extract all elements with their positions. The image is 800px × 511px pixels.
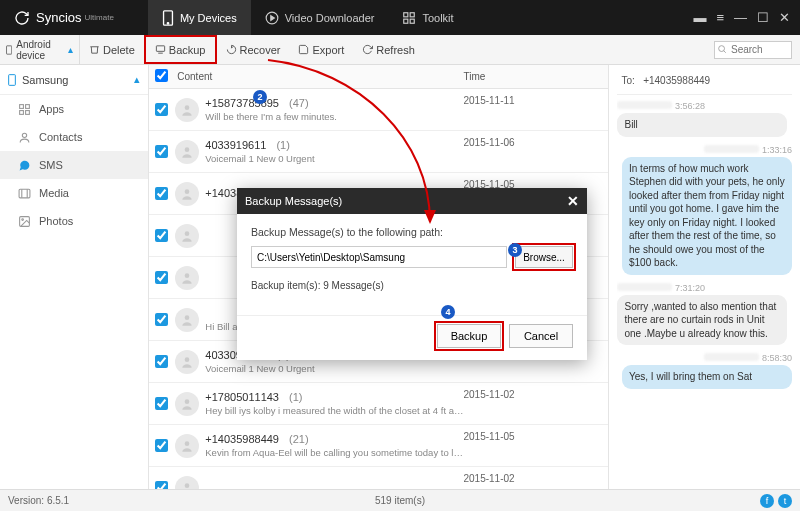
message-time: 2015-11-02: [463, 383, 608, 424]
tab-video-downloader[interactable]: Video Downloader: [251, 0, 389, 35]
row-checkbox[interactable]: [155, 313, 168, 326]
minimize-icon[interactable]: —: [734, 10, 747, 25]
svg-rect-8: [7, 45, 12, 53]
svg-point-24: [185, 147, 190, 152]
message-bubble: Bill: [617, 113, 787, 137]
device-name: Android device: [16, 39, 68, 61]
sidebar-item-apps[interactable]: Apps: [0, 95, 148, 123]
col-content[interactable]: Content: [173, 71, 463, 82]
maximize-icon[interactable]: ☐: [757, 10, 769, 25]
svg-rect-6: [404, 19, 408, 23]
twitter-icon[interactable]: t: [778, 494, 792, 508]
message-row[interactable]: +15873785895(47) Will be there I'm a few…: [149, 89, 608, 131]
sidebar-item-label: Apps: [39, 103, 64, 115]
row-checkbox[interactable]: [155, 397, 168, 410]
path-row: Browse...: [251, 246, 573, 268]
row-text: 4033919611(1) Voicemail 1 New 0 Urgent: [201, 131, 463, 172]
action-buttons: Delete Backup Recover Export Refresh: [80, 35, 424, 64]
bubble-wrap: 1:33:16 In terms of how much work Stephe…: [617, 145, 792, 275]
facebook-icon[interactable]: f: [760, 494, 774, 508]
message-preview: Kevin from Aqua-Eel will be calling you …: [205, 447, 463, 458]
close-icon[interactable]: ✕: [779, 10, 790, 25]
toolbar: Android device ▴ Delete Backup Recover E…: [0, 35, 800, 65]
phone-icon: [8, 74, 16, 86]
row-checkbox[interactable]: [155, 271, 168, 284]
bubble-timestamp: 8:58:30: [617, 353, 792, 363]
backup-confirm-button[interactable]: Backup: [437, 324, 501, 348]
button-label: Backup: [169, 44, 206, 56]
phone-icon: [162, 10, 174, 26]
save-icon: [298, 44, 309, 55]
row-checkbox[interactable]: [155, 187, 168, 200]
avatar: [173, 215, 201, 256]
button-label: Delete: [103, 44, 135, 56]
backup-dialog: Backup Message(s) ✕ Backup Message(s) to…: [237, 188, 587, 360]
row-checkbox[interactable]: [155, 439, 168, 452]
button-label: Export: [312, 44, 344, 56]
svg-point-30: [185, 399, 190, 404]
message-time: 2015-11-05: [463, 425, 608, 466]
message-row[interactable]: +17805011143(1) Hey bill iys kolby i mea…: [149, 383, 608, 425]
avatar: [173, 131, 201, 172]
col-time[interactable]: Time: [463, 71, 608, 82]
row-checkbox[interactable]: [155, 103, 168, 116]
cancel-button[interactable]: Cancel: [509, 324, 573, 348]
status-bar: Version: 6.5.1 519 item(s) f t: [0, 489, 800, 511]
svg-point-31: [185, 441, 190, 446]
row-checkbox[interactable]: [155, 145, 168, 158]
message-thread[interactable]: 3:56:28 Bill 1:33:16 In terms of how muc…: [617, 95, 792, 489]
photos-icon: [18, 215, 31, 228]
sidebar-item-photos[interactable]: Photos: [0, 207, 148, 235]
svg-point-22: [22, 218, 24, 220]
message-row[interactable]: 4033919611(1) Voicemail 1 New 0 Urgent 2…: [149, 131, 608, 173]
sidebar-item-sms[interactable]: SMS: [0, 151, 148, 179]
message-count: (47): [289, 97, 309, 109]
select-all-checkbox[interactable]: [155, 69, 168, 82]
tab-toolkit[interactable]: Toolkit: [388, 0, 467, 35]
svg-rect-4: [404, 12, 408, 16]
sms-icon: [18, 159, 31, 172]
list-header: Content Time: [149, 65, 608, 89]
sidebar-item-contacts[interactable]: Contacts: [0, 123, 148, 151]
message-row[interactable]: +14035988449(21) Kevin from Aqua-Eel wil…: [149, 425, 608, 467]
row-text: +15873785895(47) Will be there I'm a few…: [201, 89, 463, 130]
message-count: (1): [289, 391, 302, 403]
play-icon: [265, 11, 279, 25]
message-preview: Hey bill iys kolby i measured the width …: [205, 405, 463, 416]
sidebar-item-label: SMS: [39, 159, 63, 171]
svg-rect-12: [9, 74, 16, 85]
export-button[interactable]: Export: [289, 35, 353, 64]
item-count: 519 item(s): [375, 495, 425, 506]
svg-rect-15: [20, 110, 24, 114]
recover-icon: [226, 44, 237, 55]
row-checkbox[interactable]: [155, 355, 168, 368]
social-links: f t: [760, 494, 792, 508]
window-controls: ▬ ≡ — ☐ ✕: [693, 10, 800, 25]
svg-point-29: [185, 357, 190, 362]
avatar: [173, 257, 201, 298]
sidebar-item-media[interactable]: Media: [0, 179, 148, 207]
close-icon[interactable]: ✕: [567, 193, 579, 209]
device-selector-primary[interactable]: Android device ▴: [0, 35, 80, 64]
button-label: Refresh: [376, 44, 415, 56]
backup-icon: [155, 44, 166, 55]
chat-icon[interactable]: ▬: [693, 10, 706, 25]
bubble-timestamp: 1:33:16: [617, 145, 792, 155]
message-count: (21): [289, 433, 309, 445]
backup-button[interactable]: Backup: [144, 35, 217, 64]
message-bubble: Yes, I will bring them on Sat: [622, 365, 792, 389]
button-label: Recover: [240, 44, 281, 56]
delete-button[interactable]: Delete: [80, 35, 144, 64]
backup-path-input[interactable]: [251, 246, 507, 268]
recover-button[interactable]: Recover: [217, 35, 290, 64]
message-preview: Will be there I'm a few minutes.: [205, 111, 463, 122]
tab-my-devices[interactable]: My Devices: [148, 0, 251, 35]
row-checkbox[interactable]: [155, 229, 168, 242]
svg-point-28: [185, 315, 190, 320]
device-selector-secondary[interactable]: Samsung ▴: [0, 65, 148, 95]
browse-button[interactable]: Browse...: [515, 246, 573, 268]
top-nav: My Devices Video Downloader Toolkit: [148, 0, 468, 35]
message-count: (1): [276, 139, 289, 151]
menu-icon[interactable]: ≡: [716, 10, 724, 25]
refresh-button[interactable]: Refresh: [353, 35, 424, 64]
